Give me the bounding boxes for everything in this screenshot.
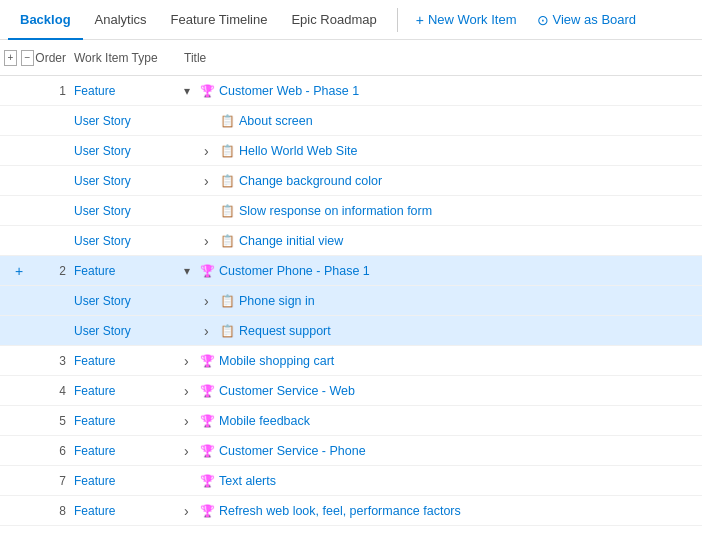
- expand-arrow-icon[interactable]: ›: [184, 503, 196, 519]
- expand-arrow-icon[interactable]: ›: [204, 143, 216, 159]
- row-title-text[interactable]: Mobile feedback: [219, 414, 310, 428]
- header-controls: + −: [4, 50, 34, 66]
- row-title-cell: ›🏆Mobile feedback: [184, 413, 698, 429]
- row-order: 2: [34, 264, 74, 278]
- row-title-cell: ›📋Phone sign in: [184, 293, 698, 309]
- story-icon: 📋: [220, 324, 235, 338]
- row-order: 6: [34, 444, 74, 458]
- expand-arrow-icon[interactable]: ›: [184, 443, 196, 459]
- table-row: User Story📋About screen: [0, 106, 702, 136]
- row-type: Feature: [74, 84, 184, 98]
- table-row: 3Feature›🏆Mobile shopping cart: [0, 346, 702, 376]
- header-title: Title: [184, 51, 698, 65]
- row-order: 5: [34, 414, 74, 428]
- row-type: Feature: [74, 474, 184, 488]
- row-type: User Story: [74, 144, 184, 158]
- nav-tab-epic-roadmap[interactable]: Epic Roadmap: [279, 0, 388, 40]
- story-icon: 📋: [220, 234, 235, 248]
- row-title-text[interactable]: Hello World Web Site: [239, 144, 357, 158]
- row-title-text[interactable]: Customer Service - Phone: [219, 444, 366, 458]
- table-row: User Story📋Slow response on information …: [0, 196, 702, 226]
- story-icon: 📋: [220, 114, 235, 128]
- story-icon: 📋: [220, 144, 235, 158]
- row-title-cell: 📋Slow response on information form: [184, 204, 698, 218]
- row-title-text[interactable]: Customer Service - Web: [219, 384, 355, 398]
- table-row: +2Feature▾🏆Customer Phone - Phase 1: [0, 256, 702, 286]
- row-title-cell: ›🏆Customer Service - Web: [184, 383, 698, 399]
- expand-arrow-icon[interactable]: ›: [204, 233, 216, 249]
- nav-tab-backlog[interactable]: Backlog: [8, 0, 83, 40]
- row-type: Feature: [74, 264, 184, 278]
- table-row: User Story›📋Hello World Web Site: [0, 136, 702, 166]
- row-title-cell: ›📋Request support: [184, 323, 698, 339]
- board-icon: ⊙: [537, 12, 549, 28]
- table-row: 6Feature›🏆Customer Service - Phone: [0, 436, 702, 466]
- row-type: Feature: [74, 444, 184, 458]
- row-title-text[interactable]: Customer Phone - Phase 1: [219, 264, 370, 278]
- row-title-cell: ›📋Change background color: [184, 173, 698, 189]
- row-title-text[interactable]: Change background color: [239, 174, 382, 188]
- row-order: 8: [34, 504, 74, 518]
- row-type: Feature: [74, 384, 184, 398]
- row-title-text[interactable]: Slow response on information form: [239, 204, 432, 218]
- row-type: User Story: [74, 114, 184, 128]
- table-row: 4Feature›🏆Customer Service - Web: [0, 376, 702, 406]
- row-title-cell: ›📋Change initial view: [184, 233, 698, 249]
- expand-arrow-icon[interactable]: ›: [204, 173, 216, 189]
- row-title-text[interactable]: Refresh web look, feel, performance fact…: [219, 504, 461, 518]
- row-title-cell: ▾🏆Customer Web - Phase 1: [184, 84, 698, 98]
- collapse-arrow-icon[interactable]: ▾: [184, 264, 196, 278]
- header-type: Work Item Type: [74, 51, 184, 65]
- plus-icon: +: [416, 12, 424, 28]
- row-type: Feature: [74, 354, 184, 368]
- row-title-text[interactable]: Request support: [239, 324, 331, 338]
- row-title-text[interactable]: Text alerts: [219, 474, 276, 488]
- expand-arrow-icon[interactable]: ›: [204, 293, 216, 309]
- table-row: 1Feature▾🏆Customer Web - Phase 1: [0, 76, 702, 106]
- trophy-icon: 🏆: [200, 384, 215, 398]
- row-type: Feature: [74, 504, 184, 518]
- expand-arrow-icon[interactable]: ›: [184, 353, 196, 369]
- row-title-cell: ▾🏆Customer Phone - Phase 1: [184, 264, 698, 278]
- row-type: Feature: [74, 414, 184, 428]
- row-title-cell: 📋About screen: [184, 114, 698, 128]
- row-title-text[interactable]: Phone sign in: [239, 294, 315, 308]
- collapse-arrow-icon[interactable]: ▾: [184, 84, 196, 98]
- trophy-icon: 🏆: [200, 444, 215, 458]
- table-body: 1Feature▾🏆Customer Web - Phase 1User Sto…: [0, 76, 702, 526]
- row-type: User Story: [74, 234, 184, 248]
- row-title-text[interactable]: Customer Web - Phase 1: [219, 84, 359, 98]
- row-type: User Story: [74, 294, 184, 308]
- row-title-text[interactable]: Change initial view: [239, 234, 343, 248]
- expand-arrow-icon[interactable]: ›: [204, 323, 216, 339]
- table-row: User Story›📋Phone sign in: [0, 286, 702, 316]
- row-order: 4: [34, 384, 74, 398]
- row-order: 3: [34, 354, 74, 368]
- table-row: User Story›📋Request support: [0, 316, 702, 346]
- table-header: + − Order Work Item Type Title: [0, 40, 702, 76]
- row-title-cell: ›🏆Refresh web look, feel, performance fa…: [184, 503, 698, 519]
- row-type: User Story: [74, 324, 184, 338]
- row-order: 1: [34, 84, 74, 98]
- row-add-control[interactable]: +: [4, 263, 34, 279]
- expand-arrow-icon[interactable]: ›: [184, 383, 196, 399]
- trophy-icon: 🏆: [200, 414, 215, 428]
- nav-action-new-work-item[interactable]: +New Work Item: [406, 0, 527, 40]
- nav-action-view-as-board[interactable]: ⊙View as Board: [527, 0, 647, 40]
- row-title-cell: ›🏆Customer Service - Phone: [184, 443, 698, 459]
- row-title-cell: 🏆Text alerts: [184, 474, 698, 488]
- trophy-icon: 🏆: [200, 354, 215, 368]
- expand-arrow-icon[interactable]: ›: [184, 413, 196, 429]
- row-title-text[interactable]: Mobile shopping cart: [219, 354, 334, 368]
- collapse-all-button[interactable]: −: [21, 50, 34, 66]
- nav-tab-analytics[interactable]: Analytics: [83, 0, 159, 40]
- story-icon: 📋: [220, 294, 235, 308]
- row-order: 7: [34, 474, 74, 488]
- expand-all-button[interactable]: +: [4, 50, 17, 66]
- row-title-cell: ›🏆Mobile shopping cart: [184, 353, 698, 369]
- story-icon: 📋: [220, 174, 235, 188]
- nav-tab-feature-timeline[interactable]: Feature Timeline: [159, 0, 280, 40]
- row-title-text[interactable]: About screen: [239, 114, 313, 128]
- table-row: 5Feature›🏆Mobile feedback: [0, 406, 702, 436]
- table-row: 7Feature🏆Text alerts: [0, 466, 702, 496]
